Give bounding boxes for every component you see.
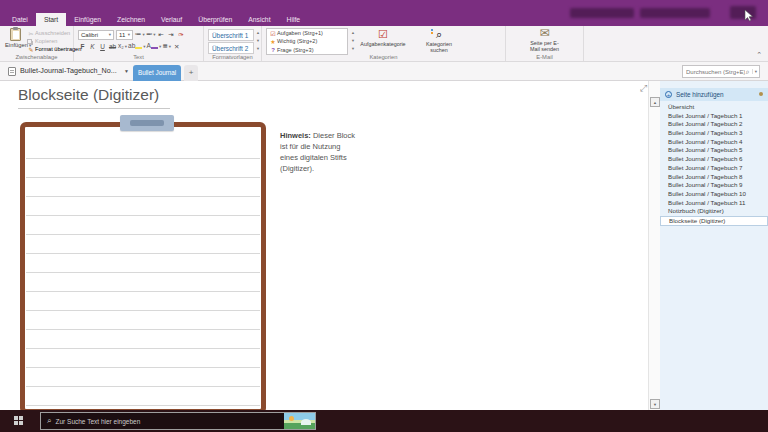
highlight-button[interactable]: ab▾ [128, 41, 146, 52]
tag-frage[interactable]: ? Frage (Strg+3) [267, 46, 347, 54]
page-item[interactable]: Bullet Journal / Tagebuch 4 [660, 138, 768, 147]
page-item[interactable]: Bullet Journal / Tagebuch 10 [660, 190, 768, 199]
italic-button[interactable]: K [88, 42, 97, 52]
paste-button[interactable]: Einfügen▾ [5, 28, 25, 54]
add-section-tab[interactable]: + [184, 65, 198, 81]
page-item[interactable]: Übersicht [660, 103, 768, 112]
search-highlight-thumbnail[interactable] [284, 413, 315, 429]
tag-aufgaben[interactable]: ☑ Aufgaben (Strg+1) [267, 29, 347, 37]
styles-more-icon[interactable]: ▼ [255, 45, 261, 53]
page-item[interactable]: Bullet Journal / Tagebuch 8 [660, 173, 768, 182]
plus-circle-icon: + [665, 91, 672, 98]
tag-label: Aufgaben (Strg+1) [277, 30, 323, 36]
hint-line3: eines digitalen Stifts [280, 152, 384, 163]
page-item[interactable]: Bullet Journal / Tagebuch 3 [660, 129, 768, 138]
tab-einfuegen[interactable]: Einfügen [66, 13, 109, 26]
email-page-button[interactable]: ✉ Seite per E- Mail senden [506, 27, 583, 52]
search-input[interactable] [683, 69, 745, 75]
bullet-list-button[interactable]: ≔▾ [135, 29, 145, 40]
tab-ansicht[interactable]: Ansicht [240, 13, 278, 26]
find-tags-button[interactable]: ⌕ Kategorien suchen [414, 27, 464, 53]
hint-note[interactable]: Hinweis: Dieser Block ist für die Nutzun… [280, 130, 384, 174]
styles-scroll-up-icon[interactable]: ▲ [255, 29, 261, 37]
ribbon: Einfügen▾ ✂ Ausschneiden Kopieren ✎ Form… [0, 26, 768, 62]
clipboard-clamp [120, 115, 174, 131]
notebook-dropdown[interactable]: Bullet-Journal-Tagebuch_No... [20, 66, 117, 75]
subscript-button[interactable]: x₂▾ [118, 41, 127, 52]
increase-indent-button[interactable]: ⇥ [167, 30, 176, 40]
font-name-combobox[interactable]: Calibri▾ [78, 30, 114, 40]
underline-button[interactable]: U [98, 42, 107, 52]
find-tags-label2: suchen [414, 47, 464, 53]
style-heading1[interactable]: Überschrift 1 [208, 29, 254, 41]
bold-button[interactable]: F [78, 42, 87, 52]
styles-scroll-down-icon[interactable]: ▼ [255, 37, 261, 45]
tab-zeichnen[interactable]: Zeichnen [109, 13, 153, 26]
hint-bold-label: Hinweis: [280, 131, 311, 140]
page-item-selected[interactable]: Blockseite (Digitizer) [660, 216, 768, 226]
checkbox-icon: ☑ [378, 28, 388, 40]
group-label-text: Text [74, 54, 203, 60]
section-tab-bullet-journal[interactable]: Bullet Journal [133, 65, 181, 81]
tab-hilfe[interactable]: Hilfe [279, 13, 309, 26]
search-scope-dropdown-icon[interactable]: ▾ [752, 69, 759, 74]
paintbrush-icon: ✎ [27, 46, 35, 53]
canvas-scrollbar[interactable]: ▲ ▼ [648, 81, 660, 410]
search-icon: ⌕ [41, 416, 55, 426]
font-size-combobox[interactable]: 11▾ [116, 30, 133, 40]
envelope-icon: ✉ [506, 27, 583, 40]
paragraph-alignment-button[interactable]: ≣▾ [162, 41, 171, 52]
group-label-styles: Formatvorlagen [204, 54, 261, 60]
tab-ueberpruefen[interactable]: Überprüfen [190, 13, 240, 26]
scroll-up-icon[interactable]: ▲ [650, 97, 660, 107]
group-clipboard: Einfügen▾ ✂ Ausschneiden Kopieren ✎ Form… [0, 26, 74, 61]
page-item[interactable]: Bullet Journal / Tagebuch 6 [660, 155, 768, 164]
tab-datei[interactable]: Datei [4, 13, 36, 26]
scroll-down-icon[interactable]: ▼ [650, 399, 660, 409]
hint-line1: Dieser Block [311, 131, 355, 140]
full-page-view-icon[interactable]: ⤢ [640, 83, 647, 94]
task-tag-button[interactable]: ☑ Aufgabenkategorie [354, 27, 412, 47]
search-icon: ⌕ [436, 28, 442, 40]
search-icon[interactable]: ⌕ [745, 68, 751, 76]
clear-formatting-button[interactable]: ✕ [172, 42, 181, 52]
hint-line4: (Digitizer). [280, 163, 384, 174]
page-title-underline [18, 108, 170, 109]
add-page-button[interactable]: + Seite hinzufügen [660, 88, 768, 101]
copy-label: Kopieren [35, 38, 57, 44]
notebook-nav-bar: Bullet-Journal-Tagebuch_No... ▼ Bullet J… [0, 62, 768, 81]
page-list: Übersicht Bullet Journal / Tagebuch 1 Bu… [660, 103, 768, 226]
page-item[interactable]: Bullet Journal / Tagebuch 7 [660, 164, 768, 173]
tag-wichtig[interactable]: ★ Wichtig (Strg+2) [267, 37, 347, 45]
taskbar-search-box[interactable]: ⌕ Zur Suche Text hier eingeben [40, 412, 316, 430]
tag-gallery: ☑ Aufgaben (Strg+1) ★ Wichtig (Strg+2) ?… [266, 28, 348, 55]
font-color-button[interactable]: A▾ [147, 41, 162, 52]
numbered-list-button[interactable]: ≕▾ [146, 29, 156, 40]
decrease-indent-button[interactable]: ⇤ [157, 30, 166, 40]
page-item[interactable]: Bullet Journal / Tagebuch 5 [660, 146, 768, 155]
page-canvas[interactable]: Blockseite (Digitizer) Hinweis: Dieser B… [0, 81, 648, 410]
mouse-cursor [744, 10, 754, 22]
page-item[interactable]: Bullet Journal / Tagebuch 11 [660, 199, 768, 208]
font-name-value: Calibri [81, 32, 98, 38]
tab-start[interactable]: Start [36, 13, 66, 26]
email-label2: Mail senden [506, 46, 583, 52]
page-item[interactable]: Bullet Journal / Tagebuch 2 [660, 120, 768, 129]
redacted-window-controls [640, 8, 710, 18]
page-item[interactable]: Bullet Journal / Tagebuch 9 [660, 181, 768, 190]
tab-verlauf[interactable]: Verlauf [153, 13, 190, 26]
page-item[interactable]: Notizbuch (Digitizer) [660, 207, 768, 216]
windows-taskbar: ⌕ Zur Suche Text hier eingeben [0, 410, 768, 432]
ink-format-icon[interactable]: ✑ [177, 30, 186, 40]
pin-icon[interactable] [759, 92, 763, 96]
clipboard-drawing[interactable] [20, 122, 266, 410]
collapse-ribbon-icon[interactable]: ⌃ [756, 51, 762, 59]
page-item[interactable]: Bullet Journal / Tagebuch 1 [660, 112, 768, 121]
group-label-email: E-Mail [506, 54, 583, 60]
strikethrough-button[interactable]: ab [108, 42, 117, 52]
page-title[interactable]: Blockseite (Digitizer) [18, 86, 159, 104]
copy-icon [27, 39, 32, 44]
style-heading2[interactable]: Überschrift 2 [208, 42, 254, 54]
title-bar: Datei Start Einfügen Zeichnen Verlauf Üb… [0, 0, 768, 26]
windows-start-icon[interactable] [14, 416, 23, 425]
